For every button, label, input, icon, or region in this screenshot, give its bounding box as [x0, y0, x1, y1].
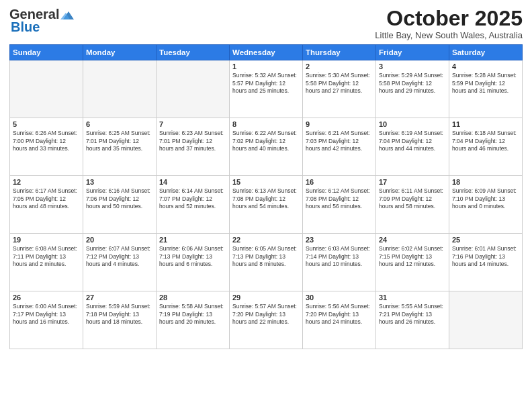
- calendar-cell: 23Sunrise: 6:03 AM Sunset: 7:14 PM Dayli…: [303, 234, 376, 291]
- day-number: 8: [232, 120, 300, 128]
- day-detail: Sunrise: 6:11 AM Sunset: 7:09 PM Dayligh…: [379, 187, 446, 210]
- day-number: 5: [13, 120, 80, 128]
- calendar-cell: 8Sunrise: 6:22 AM Sunset: 7:02 PM Daylig…: [230, 118, 303, 176]
- calendar-cell: 6Sunrise: 6:25 AM Sunset: 7:01 PM Daylig…: [83, 118, 157, 176]
- header-friday: Friday: [376, 45, 449, 60]
- calendar-cell: 4Sunrise: 5:28 AM Sunset: 5:59 PM Daylig…: [449, 60, 523, 118]
- calendar-week-5: 26Sunrise: 6:00 AM Sunset: 7:17 PM Dayli…: [10, 291, 523, 349]
- calendar-cell: 25Sunrise: 6:01 AM Sunset: 7:16 PM Dayli…: [449, 234, 523, 291]
- day-number: 20: [86, 236, 153, 244]
- calendar-cell: 9Sunrise: 6:21 AM Sunset: 7:03 PM Daylig…: [303, 118, 376, 176]
- day-detail: Sunrise: 6:01 AM Sunset: 7:16 PM Dayligh…: [452, 245, 519, 268]
- day-number: 3: [379, 62, 446, 71]
- day-number: 9: [306, 120, 373, 128]
- day-number: 17: [379, 178, 446, 186]
- calendar-body: 1Sunrise: 5:32 AM Sunset: 5:57 PM Daylig…: [10, 60, 523, 349]
- header-wednesday: Wednesday: [230, 45, 303, 60]
- day-number: 19: [13, 236, 80, 244]
- day-detail: Sunrise: 6:21 AM Sunset: 7:03 PM Dayligh…: [306, 130, 373, 152]
- day-detail: Sunrise: 6:17 AM Sunset: 7:05 PM Dayligh…: [13, 187, 80, 210]
- header-saturday: Saturday: [449, 45, 523, 60]
- calendar-cell: 5Sunrise: 6:26 AM Sunset: 7:00 PM Daylig…: [10, 118, 83, 176]
- day-detail: Sunrise: 5:28 AM Sunset: 5:59 PM Dayligh…: [452, 72, 519, 95]
- day-number: 14: [159, 178, 226, 186]
- calendar-cell: 31Sunrise: 5:55 AM Sunset: 7:21 PM Dayli…: [376, 291, 449, 349]
- day-detail: Sunrise: 6:06 AM Sunset: 7:13 PM Dayligh…: [159, 245, 226, 268]
- day-number: 16: [306, 178, 373, 186]
- logo: General Blue: [9, 7, 75, 35]
- day-number: 21: [159, 236, 226, 244]
- calendar-cell: 14Sunrise: 6:14 AM Sunset: 7:07 PM Dayli…: [157, 176, 230, 234]
- calendar-cell: 30Sunrise: 5:56 AM Sunset: 7:20 PM Dayli…: [303, 291, 376, 349]
- calendar-week-3: 12Sunrise: 6:17 AM Sunset: 7:05 PM Dayli…: [10, 176, 523, 234]
- header-row: Sunday Monday Tuesday Wednesday Thursday…: [10, 45, 523, 60]
- header-sunday: Sunday: [10, 45, 83, 60]
- calendar-cell: [157, 60, 230, 118]
- day-detail: Sunrise: 6:02 AM Sunset: 7:15 PM Dayligh…: [379, 245, 446, 268]
- day-detail: Sunrise: 6:23 AM Sunset: 7:01 PM Dayligh…: [159, 130, 226, 152]
- calendar-week-4: 19Sunrise: 6:08 AM Sunset: 7:11 PM Dayli…: [10, 234, 523, 291]
- calendar-cell: 21Sunrise: 6:06 AM Sunset: 7:13 PM Dayli…: [157, 234, 230, 291]
- day-detail: Sunrise: 5:57 AM Sunset: 7:20 PM Dayligh…: [232, 303, 300, 326]
- day-detail: Sunrise: 5:55 AM Sunset: 7:21 PM Dayligh…: [379, 303, 446, 326]
- calendar-cell: 17Sunrise: 6:11 AM Sunset: 7:09 PM Dayli…: [376, 176, 449, 234]
- day-number: 6: [86, 120, 153, 128]
- day-detail: Sunrise: 6:09 AM Sunset: 7:10 PM Dayligh…: [452, 187, 519, 210]
- page: General Blue October 2025 Little Bay, Ne…: [0, 0, 532, 411]
- calendar-cell: 7Sunrise: 6:23 AM Sunset: 7:01 PM Daylig…: [157, 118, 230, 176]
- day-number: 24: [379, 236, 446, 244]
- day-detail: Sunrise: 6:25 AM Sunset: 7:01 PM Dayligh…: [86, 130, 153, 152]
- day-detail: Sunrise: 6:03 AM Sunset: 7:14 PM Dayligh…: [306, 245, 373, 268]
- day-detail: Sunrise: 6:13 AM Sunset: 7:08 PM Dayligh…: [232, 187, 300, 210]
- day-detail: Sunrise: 6:19 AM Sunset: 7:04 PM Dayligh…: [379, 130, 446, 152]
- day-number: 12: [13, 178, 80, 186]
- calendar-cell: 1Sunrise: 5:32 AM Sunset: 5:57 PM Daylig…: [230, 60, 303, 118]
- calendar: Sunday Monday Tuesday Wednesday Thursday…: [9, 44, 523, 349]
- day-detail: Sunrise: 5:58 AM Sunset: 7:19 PM Dayligh…: [159, 303, 226, 326]
- day-number: 10: [379, 120, 446, 128]
- day-detail: Sunrise: 6:05 AM Sunset: 7:13 PM Dayligh…: [232, 245, 300, 268]
- day-number: 23: [306, 236, 373, 244]
- header-thursday: Thursday: [303, 45, 376, 60]
- day-detail: Sunrise: 5:30 AM Sunset: 5:58 PM Dayligh…: [306, 72, 373, 95]
- calendar-header: Sunday Monday Tuesday Wednesday Thursday…: [10, 45, 523, 60]
- calendar-cell: 28Sunrise: 5:58 AM Sunset: 7:19 PM Dayli…: [157, 291, 230, 349]
- day-detail: Sunrise: 6:07 AM Sunset: 7:12 PM Dayligh…: [86, 245, 153, 268]
- calendar-week-1: 1Sunrise: 5:32 AM Sunset: 5:57 PM Daylig…: [10, 60, 523, 118]
- day-detail: Sunrise: 6:18 AM Sunset: 7:04 PM Dayligh…: [452, 130, 519, 152]
- calendar-cell: 19Sunrise: 6:08 AM Sunset: 7:11 PM Dayli…: [10, 234, 83, 291]
- day-detail: Sunrise: 6:16 AM Sunset: 7:06 PM Dayligh…: [86, 187, 153, 210]
- day-number: 13: [86, 178, 153, 186]
- calendar-cell: 20Sunrise: 6:07 AM Sunset: 7:12 PM Dayli…: [83, 234, 157, 291]
- day-detail: Sunrise: 5:59 AM Sunset: 7:18 PM Dayligh…: [86, 303, 153, 326]
- day-detail: Sunrise: 5:32 AM Sunset: 5:57 PM Dayligh…: [232, 72, 300, 95]
- day-number: 31: [379, 293, 446, 302]
- header-tuesday: Tuesday: [157, 45, 230, 60]
- day-detail: Sunrise: 6:00 AM Sunset: 7:17 PM Dayligh…: [13, 303, 80, 326]
- title-block: October 2025 Little Bay, New South Wales…: [375, 7, 523, 40]
- logo-icon: [60, 10, 75, 21]
- day-detail: Sunrise: 5:56 AM Sunset: 7:20 PM Dayligh…: [306, 303, 373, 326]
- calendar-cell: 24Sunrise: 6:02 AM Sunset: 7:15 PM Dayli…: [376, 234, 449, 291]
- calendar-cell: 2Sunrise: 5:30 AM Sunset: 5:58 PM Daylig…: [303, 60, 376, 118]
- day-detail: Sunrise: 6:14 AM Sunset: 7:07 PM Dayligh…: [159, 187, 226, 210]
- month-title: October 2025: [375, 7, 523, 30]
- calendar-cell: 16Sunrise: 6:12 AM Sunset: 7:08 PM Dayli…: [303, 176, 376, 234]
- day-number: 25: [452, 236, 519, 244]
- location: Little Bay, New South Wales, Australia: [375, 30, 523, 40]
- calendar-cell: 26Sunrise: 6:00 AM Sunset: 7:17 PM Dayli…: [10, 291, 83, 349]
- calendar-cell: 22Sunrise: 6:05 AM Sunset: 7:13 PM Dayli…: [230, 234, 303, 291]
- calendar-cell: 29Sunrise: 5:57 AM Sunset: 7:20 PM Dayli…: [230, 291, 303, 349]
- day-number: 22: [232, 236, 300, 244]
- calendar-cell: [449, 291, 523, 349]
- calendar-cell: 3Sunrise: 5:29 AM Sunset: 5:58 PM Daylig…: [376, 60, 449, 118]
- calendar-cell: 13Sunrise: 6:16 AM Sunset: 7:06 PM Dayli…: [83, 176, 157, 234]
- logo-blue: Blue: [11, 19, 40, 35]
- day-number: 28: [159, 293, 226, 302]
- day-number: 1: [232, 62, 300, 71]
- day-number: 27: [86, 293, 153, 302]
- calendar-cell: 15Sunrise: 6:13 AM Sunset: 7:08 PM Dayli…: [230, 176, 303, 234]
- day-detail: Sunrise: 6:12 AM Sunset: 7:08 PM Dayligh…: [306, 187, 373, 210]
- header-monday: Monday: [83, 45, 157, 60]
- header: General Blue October 2025 Little Bay, Ne…: [9, 7, 523, 40]
